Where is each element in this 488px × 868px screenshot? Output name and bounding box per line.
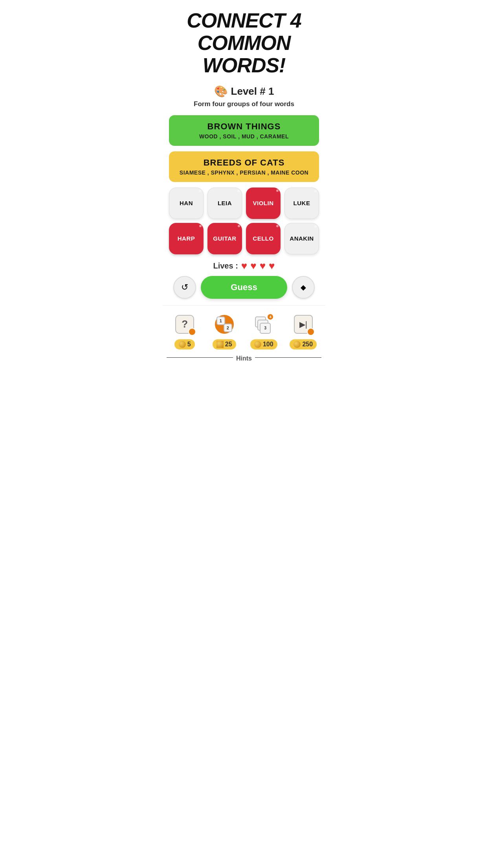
- heart-4: ♥: [269, 260, 275, 272]
- word-tile-harp[interactable]: HARP: [169, 223, 204, 254]
- level-label: Level # 1: [231, 85, 274, 97]
- category-words-cats: SIAMESE , SPHYNX , PERSIAN , MAINE COON: [176, 169, 312, 176]
- page-title: CONNECT 4COMMON WORDS!: [163, 0, 325, 82]
- hint-3-cost: 100: [263, 341, 273, 348]
- level-icon: 🎨: [214, 85, 228, 98]
- word-tile-han[interactable]: HAN: [169, 188, 204, 219]
- hints-label: Hints: [236, 355, 252, 362]
- lives-label: Lives :: [213, 261, 238, 270]
- word-tile-luke[interactable]: LUKE: [284, 188, 319, 219]
- subtitle: Form four groups of four words: [163, 100, 325, 108]
- word-tile-cello[interactable]: CELLO: [246, 223, 281, 254]
- hint-order[interactable]: 1 2 3 4 100: [246, 312, 282, 349]
- word-tile-leia[interactable]: LEIA: [207, 188, 242, 219]
- hint-reveal[interactable]: ? 5: [167, 312, 203, 349]
- word-tile-violin[interactable]: VIOLIN: [246, 188, 281, 219]
- heart-1: ♥: [241, 260, 247, 272]
- category-title-brown: BROWN THINGS: [176, 121, 312, 132]
- divider-right: [255, 357, 321, 358]
- shuffle-button[interactable]: ↺: [173, 276, 196, 299]
- category-title-cats: BREEDS OF CATS: [176, 158, 312, 168]
- divider-left: [167, 357, 233, 358]
- hint-skip[interactable]: ▶| 250: [285, 312, 322, 349]
- category-card-breeds-of-cats: BREEDS OF CATS SIAMESE , SPHYNX , PERSIA…: [169, 151, 319, 182]
- erase-button[interactable]: ◆: [292, 276, 315, 299]
- word-tile-anakin[interactable]: ANAKIN: [284, 223, 319, 254]
- heart-2: ♥: [250, 260, 256, 272]
- category-card-brown-things: BROWN THINGS WOOD , SOIL , MUD , CARAMEL: [169, 115, 319, 146]
- guess-button[interactable]: Guess: [201, 276, 287, 299]
- hint-shuffle[interactable]: 1 2 25: [206, 312, 243, 349]
- hint-2-cost: 25: [225, 341, 232, 348]
- hint-1-cost: 5: [187, 341, 191, 348]
- word-tile-guitar[interactable]: GUITAR: [207, 223, 242, 254]
- heart-3: ♥: [260, 260, 266, 272]
- category-words-brown: WOOD , SOIL , MUD , CARAMEL: [176, 133, 312, 140]
- hint-4-cost: 250: [302, 341, 313, 348]
